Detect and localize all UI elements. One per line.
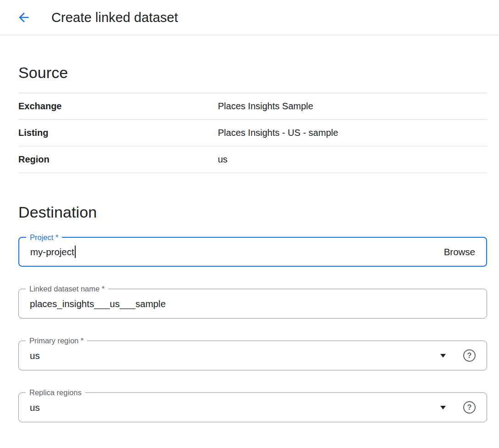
table-row-exchange: Exchange Places Insights Sample (18, 93, 487, 120)
exchange-value: Places Insights Sample (218, 101, 313, 112)
primary-region-label: Primary region * (26, 336, 87, 345)
help-icon[interactable]: ? (463, 349, 476, 362)
replica-regions-value: us (30, 402, 40, 413)
table-row-listing: Listing Places Insights - US - sample (18, 120, 487, 146)
source-heading: Source (18, 64, 487, 82)
primary-region-value: us (30, 350, 40, 361)
replica-regions-label: Replica regions (26, 388, 85, 397)
project-field[interactable]: Project * my-project Browse (18, 237, 487, 267)
arrow-back-icon (17, 10, 31, 25)
project-input[interactable]: my-project (30, 246, 74, 258)
chevron-down-icon[interactable] (440, 406, 446, 409)
linked-dataset-name-input[interactable]: places_insights___us___sample (30, 298, 166, 309)
back-button[interactable] (13, 6, 35, 28)
destination-heading: Destination (18, 203, 487, 221)
text-cursor (75, 246, 76, 258)
exchange-label: Exchange (18, 101, 218, 112)
project-field-label: Project * (26, 233, 62, 242)
create-linked-dataset-page: Create linked dataset Source Exchange Pl… (0, 0, 499, 448)
browse-button[interactable]: Browse (444, 246, 475, 258)
main-content: Source Exchange Places Insights Sample L… (0, 64, 499, 448)
primary-region-field[interactable]: Primary region * us ? (18, 341, 487, 370)
region-label: Region (18, 154, 218, 165)
replica-regions-field[interactable]: Replica regions us ? (18, 392, 487, 422)
chevron-down-icon[interactable] (440, 354, 446, 358)
page-title: Create linked dataset (51, 10, 178, 25)
source-table: Exchange Places Insights Sample Listing … (18, 93, 487, 173)
listing-value: Places Insights - US - sample (218, 128, 338, 138)
table-row-region: Region us (18, 146, 487, 173)
help-icon[interactable]: ? (463, 401, 476, 414)
header: Create linked dataset (0, 0, 499, 35)
listing-label: Listing (18, 128, 218, 138)
linked-dataset-name-field[interactable]: Linked dataset name * places_insights___… (18, 289, 487, 319)
linked-dataset-name-label: Linked dataset name * (26, 284, 108, 293)
region-value: us (218, 154, 227, 165)
